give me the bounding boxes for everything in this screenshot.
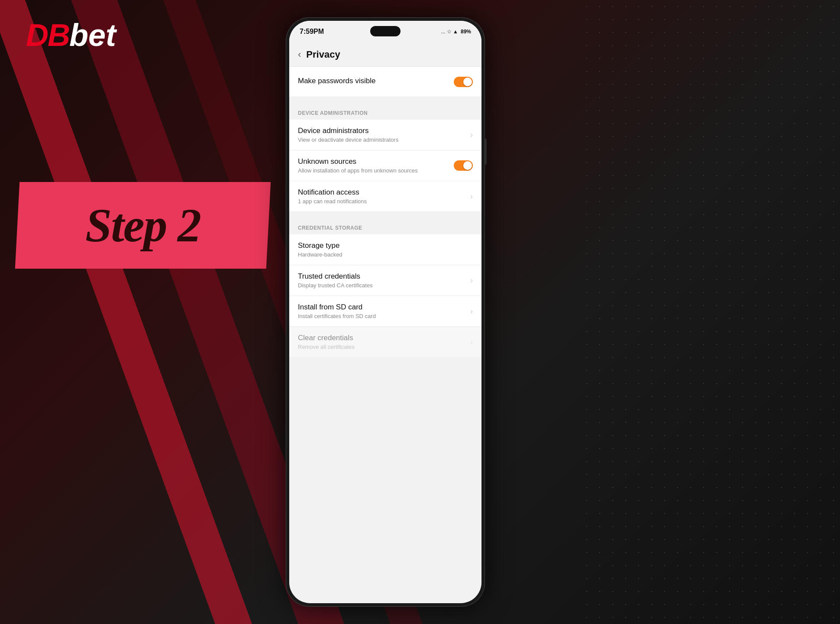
make-passwords-toggle[interactable] (454, 77, 473, 87)
status-time: 7:59PM (300, 28, 324, 36)
logo-db: DB (26, 17, 69, 53)
make-passwords-item[interactable]: Make passwords visible (289, 67, 481, 97)
trusted-credentials-chevron: › (470, 276, 473, 285)
unknown-sources-title: Unknown sources (298, 157, 454, 166)
device-administrators-subtitle: View or deactivate device administrators (298, 136, 467, 143)
clear-credentials-chevron: › (470, 338, 473, 347)
privacy-title: Privacy (306, 49, 340, 60)
clear-credentials-title: Clear credentials (298, 334, 467, 342)
device-administrators-chevron: › (470, 130, 473, 140)
clear-credentials-text: Clear credentials Remove all certificate… (298, 334, 467, 350)
logo-bet: bet (69, 17, 116, 53)
phone-wrapper: 7:59PM ... ☆ ▲ 89% ‹ Privacy Make passwo… (286, 17, 485, 607)
device-admin-header: DEVICE ADMINISTRATION (289, 104, 481, 120)
camera-notch (370, 26, 401, 36)
battery-icon: 89% (461, 29, 471, 35)
status-bar: 7:59PM ... ☆ ▲ 89% (289, 21, 481, 42)
device-administrators-text: Device administrators View or deactivate… (298, 127, 467, 143)
clear-credentials-item: Clear credentials Remove all certificate… (289, 327, 481, 358)
trusted-credentials-item[interactable]: Trusted credentials Display trusted CA c… (289, 265, 481, 296)
device-administrators-item[interactable]: Device administrators View or deactivate… (289, 120, 481, 150)
unknown-sources-subtitle: Allow installation of apps from unknown … (298, 167, 454, 174)
notification-access-subtitle: 1 app can read notifications (298, 198, 467, 205)
install-sd-card-subtitle: Install certificates from SD card (298, 313, 467, 319)
trusted-credentials-title: Trusted credentials (298, 272, 467, 281)
phone-outer: 7:59PM ... ☆ ▲ 89% ‹ Privacy Make passwo… (286, 17, 485, 607)
step-label: Step 2 (15, 182, 271, 269)
storage-type-title: Storage type (298, 241, 473, 250)
storage-type-subtitle: Hardware-backed (298, 251, 473, 258)
step-label-text: Step 2 (85, 198, 200, 253)
toggle-knob (463, 78, 472, 86)
status-icons: ... ☆ ▲ 89% (441, 29, 471, 35)
notification-access-title: Notification access (298, 188, 467, 197)
battery-percent: 89% (461, 29, 471, 35)
separator-2 (289, 212, 481, 219)
notification-access-chevron: › (470, 192, 473, 201)
phone-screen: 7:59PM ... ☆ ▲ 89% ‹ Privacy Make passwo… (289, 21, 481, 603)
storage-type-text: Storage type Hardware-backed (298, 241, 473, 258)
logo: DB bet (26, 17, 116, 53)
trusted-credentials-subtitle: Display trusted CA certificates (298, 282, 467, 289)
credential-storage-label: CREDENTIAL STORAGE (298, 225, 362, 231)
clear-credentials-subtitle: Remove all certificates (298, 344, 467, 350)
device-administrators-title: Device administrators (298, 127, 467, 135)
back-arrow-icon[interactable]: ‹ (298, 49, 301, 60)
install-sd-card-chevron: › (470, 307, 473, 316)
unknown-sources-text: Unknown sources Allow installation of ap… (298, 157, 454, 174)
install-sd-card-title: Install from SD card (298, 303, 467, 312)
dot-grid-pattern (580, 0, 840, 624)
notification-access-text: Notification access 1 app can read notif… (298, 188, 467, 205)
separator-1 (289, 97, 481, 104)
privacy-header[interactable]: ‹ Privacy (289, 42, 481, 67)
install-sd-card-text: Install from SD card Install certificate… (298, 303, 467, 319)
make-passwords-title: Make passwords visible (298, 77, 454, 85)
trusted-credentials-text: Trusted credentials Display trusted CA c… (298, 272, 467, 289)
unknown-sources-item[interactable]: Unknown sources Allow installation of ap… (289, 150, 481, 181)
signal-icons: ... ☆ ▲ (441, 29, 458, 35)
toggle-knob-2 (463, 161, 472, 170)
install-sd-card-item[interactable]: Install from SD card Install certificate… (289, 296, 481, 327)
side-button (485, 139, 487, 165)
make-passwords-text: Make passwords visible (298, 77, 454, 87)
device-admin-label: DEVICE ADMINISTRATION (298, 110, 368, 116)
unknown-sources-toggle[interactable] (454, 160, 473, 171)
credential-storage-header: CREDENTIAL STORAGE (289, 219, 481, 234)
notification-access-item[interactable]: Notification access 1 app can read notif… (289, 181, 481, 212)
storage-type-item: Storage type Hardware-backed (289, 234, 481, 265)
